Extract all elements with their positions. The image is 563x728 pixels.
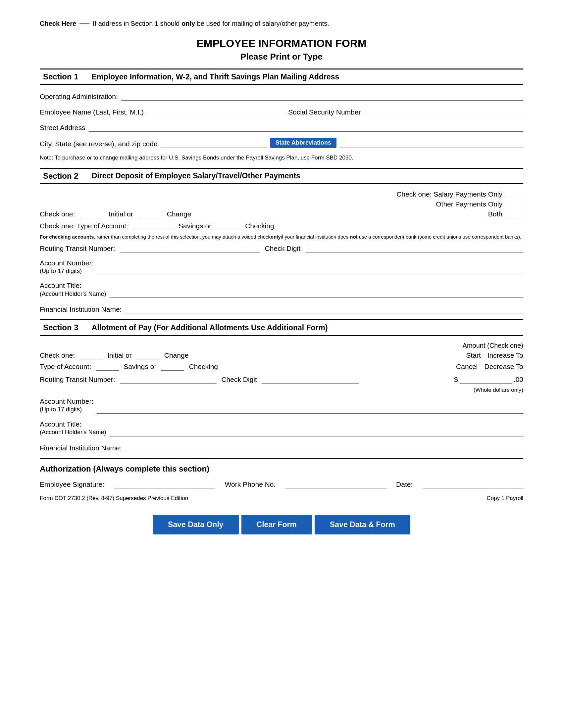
s2-both-label: Both [488,210,502,218]
save-data-only-button[interactable]: Save Data Only [153,515,238,534]
s2-change-label: Change [167,210,191,218]
top-note: Check Here If address in Section 1 shoul… [40,20,523,27]
s3-routing-input[interactable] [120,374,217,384]
footer-row: Form DOT 2730.2 (Rev. 8-97) Supersedes P… [40,495,523,502]
s2-other-check[interactable] [505,201,523,208]
section1-header: Section 1 Employee Information, W-2, and… [40,68,523,85]
s3-type-group: Type of Account: Savings or Checking [40,363,359,371]
auth-signature-input[interactable] [114,479,215,488]
operating-admin-input[interactable] [121,91,523,101]
s2-savings-check[interactable] [216,223,240,230]
s3-type-savings-check[interactable] [96,363,119,371]
s3-whole-dollars-row: (Whole dollars only) [40,387,523,393]
s2-initial-field[interactable] [80,211,103,218]
s2-payment-options: Check one: Salary Payments Only Other Pa… [397,190,523,218]
s3-change-field[interactable] [136,352,160,359]
employee-name-input[interactable] [146,107,275,116]
s3-check-one-group: Check one: Initial or Change [40,351,359,359]
s3-account-number-input[interactable] [97,404,523,414]
s3-account-title-row: Account Title: (Account Holder's Name) [40,420,523,436]
section2-title: Direct Deposit of Employee Salary/Travel… [92,171,301,180]
s2-account-type-row: Check one: Type of Account: Savings or C… [40,222,523,230]
zip-input[interactable] [340,138,523,148]
employee-name-label: Employee Name (Last, First, M.I.) [40,108,144,116]
auth-work-phone-input[interactable] [286,479,386,488]
section1-title: Employee Information, W-2, and Thrift Sa… [92,72,340,81]
copy-label: Copy 1 Payroll [487,495,523,502]
section2-number: Section 2 [43,171,78,181]
s3-type-label: Type of Account: [40,363,91,371]
section3-title: Allotment of Pay (For Additional Allotme… [92,323,328,332]
auth-signature-label: Employee Signature: [40,480,104,488]
s3-amount-header-row: Amount (Check one) [40,342,523,349]
s3-change-label: Change [164,351,189,359]
section1-note: Note: To purchase or to change mailing a… [40,154,523,162]
s2-salary-check[interactable] [505,191,523,198]
form-id-label: Form DOT 2730.2 (Rev. 8-97) Supersedes P… [40,495,188,502]
s2-financial-inst-input[interactable] [125,304,523,313]
s2-account-number-input[interactable] [97,265,523,275]
s3-financial-inst-label: Financial Institution Name: [40,444,121,452]
s3-financial-inst-input[interactable] [125,442,523,452]
form-title: EMPLOYEE INFORMATION FORM [40,37,523,50]
button-row: Save Data Only Clear Form Save Data & Fo… [40,515,523,534]
s2-checking-label: Checking [245,222,274,230]
s2-change-field[interactable] [138,211,162,218]
clear-form-button[interactable]: Clear Form [241,515,312,534]
ssn-col: Social Security Number [288,107,523,116]
s3-check-digit-input[interactable] [261,374,359,384]
city-state-input[interactable] [161,138,267,148]
s3-savings-label: Savings or [123,363,156,371]
s2-other-label: Other Payments Only [436,200,502,208]
ssn-label: Social Security Number [288,108,361,116]
s3-type-checking-check[interactable] [161,363,184,371]
s3-routing-label: Routing Transit Number: [40,376,115,384]
check-here-line[interactable] [79,23,89,24]
auth-date-input[interactable] [423,479,523,488]
s2-check-digit-label: Check Digit [265,245,301,252]
s2-savings-label: Savings or [178,222,211,230]
auth-work-phone-label: Work Phone No. [225,480,276,488]
s2-routing-label: Routing Transit Number: [40,245,115,252]
s2-both-check[interactable] [505,211,523,218]
save-data-form-button[interactable]: Save Data & Form [315,515,410,534]
auth-title: Authorization (Always complete this sect… [40,464,523,474]
name-ssn-row: Employee Name (Last, First, M.I.) Social… [40,107,523,116]
s3-amount-check-one: Amount (Check one) [362,342,523,349]
auth-row: Employee Signature: Work Phone No. Date: [40,479,523,488]
s3-check-one-label: Check one: [40,351,75,359]
s3-checking-label: Checking [189,363,218,371]
state-abbreviations-button[interactable]: State Abbreviations [270,138,337,148]
s2-salary-row: Check one: Salary Payments Only [397,190,523,198]
s3-account-number-row: Account Number: (Up to 17 digits) [40,397,523,414]
s3-dollar-input[interactable] [459,375,512,384]
s2-account-type-field[interactable] [133,223,173,230]
ssn-input[interactable] [363,107,523,116]
s2-check-digit-input[interactable] [306,243,523,252]
street-label: Street Address [40,124,85,132]
city-state-row: City, State (see reverse), and zip code … [40,138,523,148]
s3-routing-group: Routing Transit Number: Check Digit [40,374,359,384]
operating-admin-label: Operating Administration: [40,93,118,101]
s2-routing-input[interactable] [120,243,259,252]
section3-header: Section 3 Allotment of Pay (For Addition… [40,319,523,336]
s2-both-row: Both [488,210,523,218]
s3-account-title-input[interactable] [110,427,523,436]
s3-cancel-decrease-row: Cancel Decrease To [364,363,523,371]
top-note-text: If address in Section 1 should only be u… [93,20,329,27]
s2-check-one-label: Check one: [40,210,75,218]
s3-empty [40,387,362,393]
s2-account-type-label: Check one: Type of Account: [40,222,128,230]
s3-account-number-label-block: Account Number: (Up to 17 digits) [40,397,93,414]
street-input[interactable] [89,122,523,132]
s3-increase-to-label: Increase To [488,351,523,359]
section1-number: Section 1 [43,72,78,81]
s3-check-one-row: Check one: Initial or Change Start Incre… [40,351,523,359]
s2-initial-label: Initial or [109,210,133,218]
s3-initial-field[interactable] [79,352,103,359]
s2-financial-inst-label: Financial Institution Name: [40,305,121,313]
s3-start-increase-row: Start Increase To [364,351,523,359]
street-row: Street Address [40,122,523,132]
s2-account-title-input[interactable] [110,288,523,298]
s2-routing-row: Routing Transit Number: Check Digit [40,243,523,252]
